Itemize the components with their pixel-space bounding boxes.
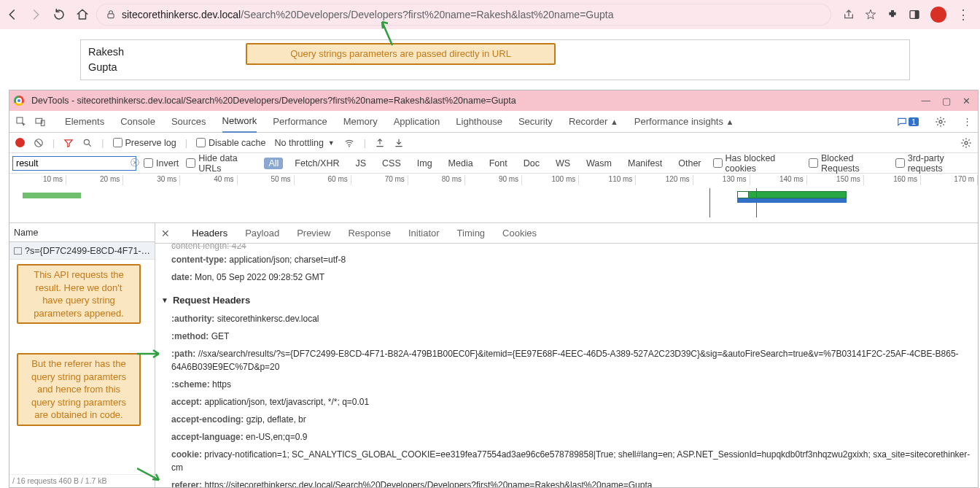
type-fetchxhr[interactable]: Fetch/XHR	[290, 158, 343, 169]
type-manifest[interactable]: Manifest	[623, 158, 666, 169]
invert-checkbox[interactable]: Invert	[144, 158, 179, 169]
cookie-line: cookie: privacy-notification=1; SC_ANALY…	[161, 446, 972, 476]
more-icon[interactable]: ⋮	[962, 116, 972, 127]
clear-button[interactable]	[34, 138, 44, 148]
window-buttons: — ▢ ✕	[922, 96, 974, 106]
filter-input[interactable]: ⓧ	[12, 156, 136, 171]
type-all[interactable]: All	[264, 158, 283, 169]
devtools-titlebar[interactable]: DevTools - sitecorethinkersc.dev.local/S…	[9, 90, 978, 111]
tab-performance[interactable]: Performance	[273, 111, 327, 132]
tab-lighthouse[interactable]: Lighthouse	[456, 111, 502, 132]
blocked-requests-checkbox[interactable]: Blocked Requests	[809, 153, 888, 174]
preserve-log-checkbox[interactable]: Preserve log	[113, 138, 176, 148]
sidepanel-icon[interactable]	[909, 9, 920, 20]
search-icon[interactable]	[82, 138, 93, 148]
type-doc[interactable]: Doc	[519, 158, 544, 169]
tab-perf-insights[interactable]: Performance insights ▲	[634, 111, 734, 132]
result-box: Rakesh Gupta Query strings parameters ar…	[80, 39, 910, 80]
tab-application[interactable]: Application	[394, 111, 440, 132]
address-bar[interactable]: sitecorethinkersc.dev.local/Search%20Dev…	[96, 4, 831, 26]
timeline-bar-2	[737, 191, 847, 198]
record-button[interactable]	[15, 138, 25, 147]
dtab-response[interactable]: Response	[348, 223, 391, 243]
filter-bar: ⓧ Invert Hide data URLs All Fetch/XHR JS…	[9, 153, 978, 174]
network-body: Name ?s={DF7C2499-E8CD-4F71-… This API r…	[9, 223, 978, 487]
method-line: :method: GET	[161, 328, 972, 345]
tab-console[interactable]: Console	[120, 111, 155, 132]
type-other[interactable]: Other	[674, 158, 705, 169]
upload-icon[interactable]	[375, 138, 385, 148]
dtab-payload[interactable]: Payload	[245, 223, 279, 243]
back-button[interactable]	[6, 8, 19, 21]
forward-button[interactable]	[29, 8, 42, 21]
accept-line: accept: application/json, text/javascrip…	[161, 393, 972, 411]
content-type-line: content-type: application/json; charset=…	[161, 251, 972, 268]
tab-sources[interactable]: Sources	[171, 111, 206, 132]
annotation-bot: But the referer has the query string par…	[17, 353, 141, 426]
home-button[interactable]	[76, 8, 89, 21]
column-name[interactable]: Name	[9, 223, 155, 242]
close-button[interactable]: ✕	[962, 96, 971, 106]
minimize-button[interactable]: —	[922, 96, 931, 106]
close-detail-icon[interactable]: ✕	[161, 228, 170, 239]
type-font[interactable]: Font	[485, 158, 512, 169]
hide-data-urls-checkbox[interactable]: Hide data URLs	[186, 153, 257, 174]
dtab-headers[interactable]: Headers	[192, 223, 228, 243]
headers-body[interactable]: content-length: 424 content-type: applic…	[155, 244, 978, 487]
svg-rect-2	[915, 11, 919, 19]
tab-recorder[interactable]: Recorder ▲	[569, 111, 618, 132]
filter-icon[interactable]	[63, 138, 74, 148]
inspect-element-icon[interactable]	[15, 116, 27, 128]
svg-point-10	[965, 142, 968, 144]
timeline-marker-red	[756, 188, 757, 217]
settings-icon[interactable]	[935, 116, 946, 128]
accept-language-line: accept-language: en-US,en;q=0.9	[161, 428, 972, 446]
request-footer: / 16 requests 460 B / 1.7 kB	[9, 474, 155, 487]
third-party-checkbox[interactable]: 3rd-party requests	[895, 153, 975, 174]
dtab-timing[interactable]: Timing	[457, 223, 486, 243]
type-ws[interactable]: WS	[551, 158, 575, 169]
svg-rect-0	[108, 14, 114, 18]
filter-text[interactable]	[16, 158, 131, 169]
type-wasm[interactable]: Wasm	[582, 158, 616, 169]
type-js[interactable]: JS	[351, 158, 370, 169]
annotation-mid: This API requests the result. Here we do…	[17, 264, 141, 324]
tab-memory[interactable]: Memory	[343, 111, 378, 132]
reload-button[interactable]	[52, 8, 66, 21]
timeline-bar-1	[23, 193, 81, 198]
type-media[interactable]: Media	[444, 158, 478, 169]
dtab-preview[interactable]: Preview	[297, 223, 330, 243]
request-list: Name ?s={DF7C2499-E8CD-4F71-… This API r…	[9, 223, 155, 487]
has-blocked-checkbox[interactable]: Has blocked cookies	[713, 153, 802, 174]
share-icon[interactable]	[843, 9, 855, 20]
network-settings-icon[interactable]	[960, 137, 972, 149]
content-length-line: content-length: 424	[161, 244, 972, 251]
scheme-line: :scheme: https	[161, 376, 972, 393]
bookmark-icon[interactable]	[865, 9, 876, 20]
menu-icon[interactable]: ⋮	[957, 12, 970, 18]
dtab-cookies[interactable]: Cookies	[502, 223, 537, 243]
devtools-title: DevTools - sitecorethinkersc.dev.local/S…	[28, 96, 922, 106]
extensions-icon[interactable]	[887, 9, 898, 20]
messages-badge[interactable]: 1	[897, 116, 919, 128]
type-img[interactable]: Img	[413, 158, 437, 169]
dtab-initiator[interactable]: Initiator	[408, 223, 440, 243]
type-css[interactable]: CSS	[378, 158, 405, 169]
disable-cache-checkbox[interactable]: Disable cache	[196, 138, 266, 148]
device-toggle-icon[interactable]	[34, 116, 46, 128]
tab-security[interactable]: Security	[518, 111, 553, 132]
tab-network[interactable]: Network	[222, 110, 257, 133]
clear-filter-icon[interactable]: ⓧ	[131, 157, 139, 169]
request-row[interactable]: ?s={DF7C2499-E8CD-4F71-…	[9, 242, 155, 260]
timeline[interactable]: 10 ms20 ms30 ms40 ms50 ms60 ms70 ms80 ms…	[9, 174, 978, 223]
svg-point-9	[349, 145, 350, 147]
devtools-tabs: Elements Console Sources Network Perform…	[9, 111, 978, 133]
wifi-icon[interactable]	[343, 138, 355, 148]
avatar[interactable]	[930, 7, 946, 23]
throttling-select[interactable]: No throttling ▼	[274, 138, 334, 148]
download-icon[interactable]	[394, 138, 404, 148]
accept-encoding-line: accept-encoding: gzip, deflate, br	[161, 411, 972, 428]
request-headers-section[interactable]: ▼Request Headers	[161, 286, 972, 310]
tab-elements[interactable]: Elements	[65, 111, 104, 132]
maximize-button[interactable]: ▢	[942, 96, 951, 106]
